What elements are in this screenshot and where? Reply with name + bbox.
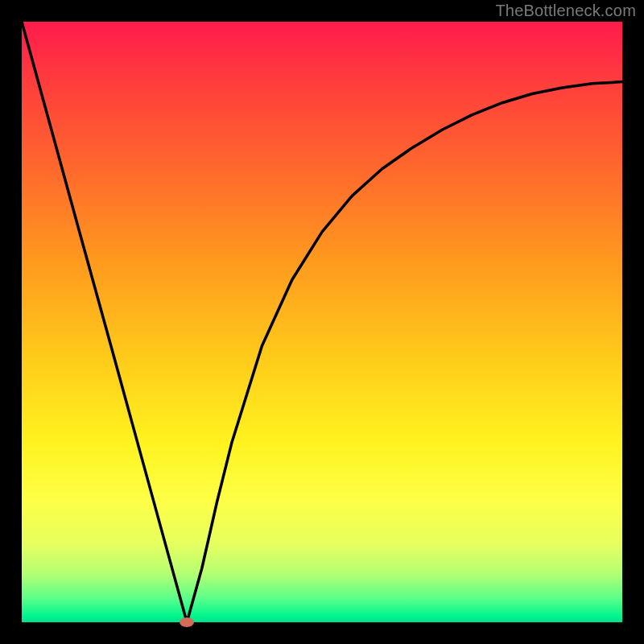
bottleneck-curve [22,22,622,622]
plot-area [22,22,622,622]
watermark-text: TheBottleneck.com [495,2,636,20]
minimum-marker [180,617,194,627]
